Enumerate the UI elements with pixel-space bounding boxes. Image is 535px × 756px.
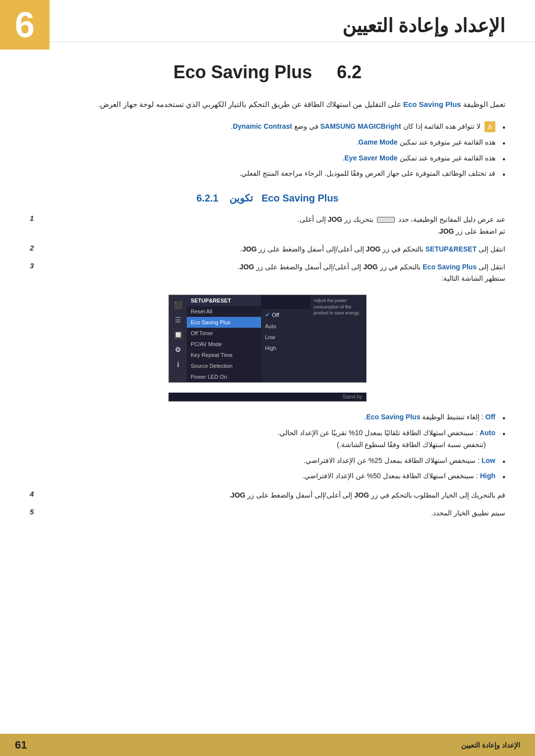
- chapter-number: 6: [15, 7, 35, 43]
- menu-icon-display: ⬛: [170, 298, 185, 312]
- menu-icon-info: ℹ: [170, 357, 185, 371]
- subsection-eco-ref: Eco Saving Plus: [262, 193, 339, 203]
- jog-ref1a: JOG: [327, 215, 342, 223]
- setup-reset-ref: SETUP&RESET: [426, 245, 477, 253]
- notes-list: ⚠ لا تتوافر هذه القائمة إذا كان SAMSUNG …: [30, 121, 505, 180]
- intro-text: تعمل الوظيفة Eco Saving Plus على التقليل…: [30, 98, 505, 111]
- menu-item-key-repeat[interactable]: Key Repeat Time: [187, 350, 261, 360]
- jog-ref2b: JOG: [242, 245, 257, 253]
- note-item-4: قد تختلف الوظائف المتوفرة على جهاز العرض…: [30, 168, 505, 180]
- step-number-3: 3: [30, 261, 40, 270]
- term-low: Low: [482, 456, 495, 464]
- menu-wrapper: ⬛ ☰ 🔲 ⚙ ℹ SETUP&RESET Reset All Eco Savi…: [168, 295, 367, 402]
- eye-saver-ref: Eye Saver Mode: [344, 154, 397, 162]
- jog-ref2a: JOG: [366, 245, 381, 253]
- submenu-item-low[interactable]: Low: [261, 332, 311, 343]
- submenu-item-high[interactable]: High: [261, 343, 311, 353]
- footer-page-number: 61: [15, 739, 27, 752]
- footer-label: الإعداد وإعادة التعيين: [461, 741, 520, 749]
- term-auto: Auto: [480, 429, 495, 437]
- check-icon-off: ✔: [265, 311, 270, 318]
- menu-item-power-led[interactable]: Power LED On: [187, 371, 261, 382]
- step-3: 3 انتقل إلى Eco Saving Plus بالتحكم في ز…: [30, 261, 505, 285]
- menu-left-icons: ⬛ ☰ 🔲 ⚙ ℹ: [169, 295, 187, 382]
- step-5: 5 سيتم تطبيق الخيار المحدد.: [30, 507, 505, 519]
- menu-header-label: SETUP&RESET: [187, 295, 261, 306]
- menu-icon-lines: ☰: [170, 313, 185, 327]
- step-4: 4 قم بالتحريك إلى الخيار المطلوب بالتحكم…: [30, 490, 505, 502]
- step-number-2: 2: [30, 244, 40, 252]
- menu-submenu: ✔ Off Auto Low High: [261, 309, 311, 382]
- menu-item-reset-all[interactable]: Reset All: [187, 306, 261, 317]
- step-text-2: انتقل إلى SETUP&RESET بالتحكم في زر JOG …: [45, 244, 505, 255]
- submenu-item-off[interactable]: ✔ Off: [261, 309, 311, 321]
- note-item-1: ⚠ لا تتوافر هذه القائمة إذا كان SAMSUNG …: [30, 121, 505, 133]
- note-item-3: هذه القائمة غير متوفرة عند تمكين Eye Sav…: [30, 152, 505, 164]
- menu-icon-image: 🔲: [170, 328, 185, 342]
- section-number: 6.2: [337, 62, 362, 82]
- eco-saving-plus-ref1: Eco Saving Plus: [403, 100, 461, 108]
- menu-item-source-detection[interactable]: Source Detection: [187, 360, 261, 371]
- step-number-5: 5: [30, 507, 40, 516]
- step-number-1: 1: [30, 214, 40, 222]
- page-header: 6 الإعداد وإعادة التعيين: [0, 0, 535, 42]
- term-off: Off: [485, 413, 495, 421]
- chapter-number-box: 6: [0, 0, 50, 50]
- jog-ref4a: JOG: [354, 491, 369, 499]
- desc-high: High : سينخفض استهلاك الطاقة بمعدل 50% ع…: [30, 470, 505, 482]
- magic-bright-ref: SAMSUNG MAGICBright: [320, 122, 401, 130]
- submenu-label-auto: Auto: [265, 323, 276, 329]
- note-item-2: هذه القائمة غير متوفرة عند تمكين Game Mo…: [30, 137, 505, 149]
- step-2: 2 انتقل إلى SETUP&RESET بالتحكم في زر JO…: [30, 244, 505, 255]
- chapter-title: الإعداد وإعادة التعيين: [342, 15, 505, 36]
- menu-item-pcav[interactable]: PC/AV Mode: [187, 339, 261, 350]
- steps-container: 1 عند عرض دليل المفاتيح الوظيفية، حدد بت…: [30, 214, 505, 285]
- subsection-number: 6.2.1: [197, 193, 218, 203]
- submenu-item-auto[interactable]: Auto: [261, 321, 311, 332]
- menu-item-off-timer[interactable]: Off Timer: [187, 328, 261, 339]
- jog-ref1b: JOG: [439, 227, 454, 235]
- menu-icon-gear: ⚙: [170, 343, 185, 356]
- menu-right-info: Adjust the power consumption of the prod…: [311, 295, 365, 382]
- desc-off: Off : إلغاء تنشيط الوظيفة Eco Saving Plu…: [30, 411, 505, 423]
- step-text-4: قم بالتحريك إلى الخيار المطلوب بالتحكم ف…: [45, 490, 505, 502]
- menu-container: ⬛ ☰ 🔲 ⚙ ℹ SETUP&RESET Reset All Eco Savi…: [168, 295, 367, 383]
- warning-icon: ⚠: [484, 121, 495, 132]
- step-text-1: عند عرض دليل المفاتيح الوظيفية، حدد بتحر…: [45, 214, 505, 238]
- content-area: تعمل الوظيفة Eco Saving Plus على التقليل…: [0, 98, 535, 519]
- jog-icon-1: [377, 217, 395, 223]
- desc-low: Low : سينخفض استهلاك الطاقة بمعدل 25% عن…: [30, 455, 505, 467]
- step-text-5: سيتم تطبيق الخيار المحدد.: [45, 507, 505, 519]
- subsection-title: 6.2.1 تكوين Eco Saving Plus: [30, 192, 505, 204]
- standby-label: Stand-by: [342, 394, 362, 400]
- term-high: High: [480, 472, 495, 480]
- desc-auto: Auto : سينخفض استهلاك الطاقة تلقائيًا بم…: [30, 427, 505, 451]
- eco-saving-ref-3: Eco Saving Plus: [423, 263, 477, 271]
- step-text-3: انتقل إلى Eco Saving Plus بالتحكم في زر …: [45, 261, 505, 285]
- section-title: Eco Saving Plus 6.2: [30, 62, 505, 83]
- submenu-label-high: High: [265, 345, 276, 351]
- page-footer: الإعداد وإعادة التعيين 61: [0, 734, 535, 756]
- section-title-text: Eco Saving Plus: [173, 62, 312, 82]
- descriptions-list: Off : إلغاء تنشيط الوظيفة Eco Saving Plu…: [30, 411, 505, 482]
- menu-right-text: Adjust the power consumption of the prod…: [314, 298, 362, 316]
- jog-ref4b: JOG: [231, 491, 246, 499]
- submenu-label-off: Off: [272, 312, 279, 318]
- steps-container-2: 4 قم بالتحريك إلى الخيار المطلوب بالتحكم…: [30, 490, 505, 519]
- submenu-label-low: Low: [265, 334, 275, 340]
- step-1: 1 عند عرض دليل المفاتيح الوظيفية، حدد بت…: [30, 214, 505, 238]
- menu-main: SETUP&RESET Reset All Eco Saving Plus Of…: [187, 295, 261, 382]
- eco-ref-desc: Eco Saving Plus: [367, 413, 421, 421]
- dynamic-contrast-ref: Dynamic Contrast: [233, 122, 292, 130]
- step-number-4: 4: [30, 490, 40, 498]
- subsection-label: تكوين: [229, 193, 253, 203]
- menu-bottom-bar: Stand-by: [168, 393, 367, 402]
- game-mode-ref: Game Mode: [358, 138, 397, 146]
- menu-item-eco-saving[interactable]: Eco Saving Plus: [187, 317, 261, 328]
- jog-ref3a: JOG: [363, 263, 378, 271]
- jog-ref3b: JOG: [239, 263, 254, 271]
